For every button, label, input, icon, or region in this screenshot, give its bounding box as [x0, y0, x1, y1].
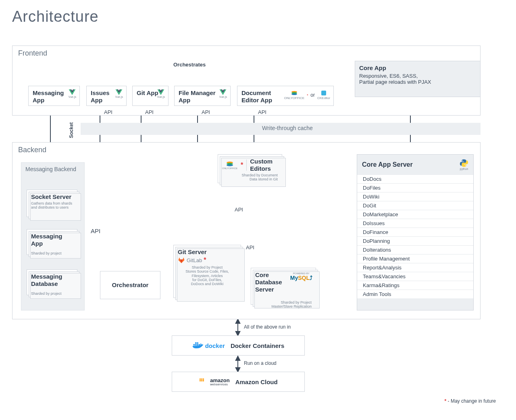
frontend-title: Frontend: [18, 49, 47, 58]
socket-label: Socket: [69, 122, 74, 138]
backend-title: Backend: [18, 146, 46, 154]
git-server: Git Server GitLab * Sharded by Project S…: [173, 245, 241, 298]
api-label: API: [258, 109, 266, 115]
asterisk-icon: *: [445, 398, 447, 404]
svg-rect-56: [203, 380, 204, 381]
messaging-database: Messaging Database Sharded by project: [27, 269, 77, 295]
core-server-item: DoDocs: [357, 175, 473, 183]
frontend-doc-name: Document Editor App: [241, 89, 286, 104]
api-label: API: [145, 109, 154, 115]
frontend-messaging-app: Messaging App Vue.js: [28, 86, 80, 106]
svg-rect-46: [195, 344, 197, 346]
svg-point-42: [227, 164, 233, 166]
core-server-item: DoWiki: [357, 192, 473, 201]
aws-box: amazon webservices Amazon Cloud: [172, 372, 305, 392]
orchestrates-label: Orchestrates: [173, 62, 206, 68]
svg-point-44: [465, 166, 466, 166]
svg-point-38: [291, 93, 297, 95]
core-server-item: DoFinance: [357, 228, 473, 236]
orchestrator: Orchestrator: [100, 271, 160, 299]
vue-icon: Vue.js: [219, 89, 227, 98]
core-server-item: DoGit: [357, 201, 473, 210]
python-icon: python: [460, 159, 468, 170]
footer-above-label: All of the above run in: [244, 324, 291, 330]
onlyoffice-icon: ONLYOFFICE: [222, 161, 237, 170]
api-label: API: [202, 109, 210, 115]
svg-rect-50: [198, 344, 200, 346]
cache-band: Write-through cache: [81, 123, 481, 135]
core-server-item: Admin Tools: [357, 290, 473, 298]
mysql-icon: MySQL⤴: [290, 275, 312, 281]
svg-rect-45: [193, 344, 195, 346]
docker-icon: docker: [192, 341, 225, 350]
frontend-issues-app: Issues App Vue.js: [86, 86, 127, 106]
core-app-server: Core App Server python DoDocsDoFilesDoWi…: [357, 154, 474, 310]
onlyoffice-icon: ONLYOFFICE: [284, 90, 305, 100]
asterisk-icon: *: [241, 161, 243, 169]
svg-rect-49: [197, 342, 198, 344]
core-server-item: DoFiles: [357, 183, 473, 192]
svg-point-43: [462, 160, 463, 161]
core-app-title: Core App: [359, 64, 476, 72]
api-label: API: [235, 207, 243, 213]
messaging-app-backend: Messaging App Sharded by project: [27, 229, 77, 255]
core-server-item: DoIterations: [357, 245, 473, 254]
core-server-item: DoPlanning: [357, 236, 473, 245]
api-label: API: [246, 244, 254, 250]
frontend-doceditor-app: Document Editor App ONLYOFFICE * or CKEd…: [237, 86, 334, 106]
svg-rect-55: [201, 380, 202, 381]
aws-icon: amazon webservices: [199, 378, 229, 386]
core-app: Core App Responsive, ES6, SASS, Partial …: [355, 61, 481, 97]
svg-rect-51: [200, 379, 201, 380]
architecture-diagram: Frontend Orchestrates Messaging App Vue.…: [12, 46, 504, 420]
asterisk-icon: *: [307, 93, 308, 97]
core-server-item: Karma&Ratings: [357, 281, 473, 290]
custom-editors: ONLYOFFICE * Custom Editors Sharded by D…: [218, 154, 282, 183]
core-server-item: Profile Management: [357, 254, 473, 263]
svg-rect-39: [321, 91, 326, 95]
footer-cloud-label: Run on a cloud: [244, 360, 277, 366]
socket-server: Socket Server Gathers data from shards a…: [27, 190, 77, 217]
legend: * - May change in future: [445, 398, 496, 404]
svg-rect-54: [200, 380, 201, 381]
asterisk-icon: *: [204, 257, 206, 264]
messaging-backend-title: Messaging Backend: [21, 163, 84, 176]
svg-rect-47: [197, 344, 198, 346]
core-database-server: Core Database Server POWERED BY MySQL⤴ S…: [251, 268, 316, 305]
core-server-item: Teams&Vacancies: [357, 272, 473, 281]
core-app-desc: Responsive, ES6, SASS, Partial page relo…: [359, 73, 476, 85]
frontend-git-app: Git App Vue.js: [132, 86, 169, 106]
frontend-filemanager-app: File Manager App Vue.js: [174, 86, 231, 106]
svg-rect-53: [203, 379, 204, 380]
core-server-item: DoMarketplace: [357, 210, 473, 219]
core-server-item: Report&Analysis: [357, 263, 473, 272]
svg-rect-48: [195, 342, 197, 344]
page-title: Architecture: [12, 8, 504, 25]
api-label: API: [91, 228, 100, 234]
vue-icon: Vue.js: [69, 89, 76, 98]
api-label: API: [104, 109, 112, 115]
docker-box: docker Docker Containers: [172, 335, 305, 356]
gitlab-icon: [178, 257, 185, 264]
core-server-item: DoIssues: [357, 219, 473, 228]
ckeditor-icon: CKEditor: [317, 90, 330, 100]
vue-icon: Vue.js: [157, 89, 165, 98]
svg-rect-52: [201, 379, 202, 380]
vue-icon: Vue.js: [115, 89, 123, 98]
